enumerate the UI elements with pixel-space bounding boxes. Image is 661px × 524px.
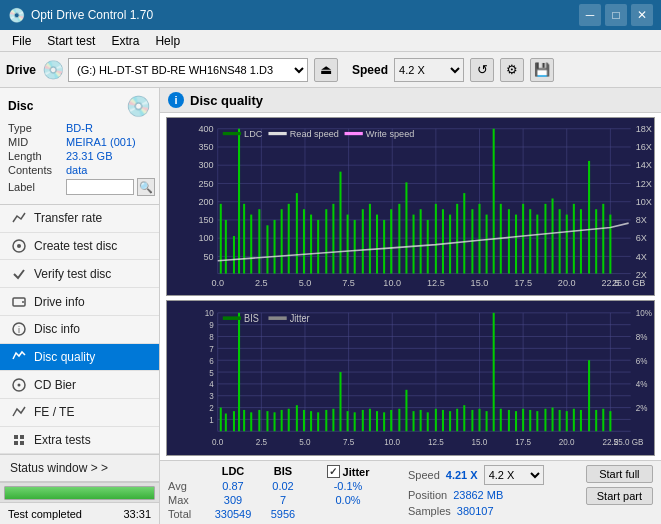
svg-rect-76 <box>332 204 334 274</box>
sidebar-item-transfer-rate[interactable]: Transfer rate <box>0 205 159 233</box>
sidebar-item-label: FE / TE <box>34 405 74 419</box>
start-full-button[interactable]: Start full <box>586 465 653 483</box>
svg-rect-209 <box>508 410 510 431</box>
sidebar-item-create-test-disc[interactable]: Create test disc <box>0 233 159 261</box>
progress-bar-fill <box>5 487 154 499</box>
svg-text:6X: 6X <box>636 232 648 243</box>
disc-label-input[interactable] <box>66 179 134 195</box>
svg-text:50: 50 <box>204 250 214 261</box>
svg-rect-112 <box>595 209 597 273</box>
settings-button[interactable]: ⚙ <box>500 58 524 82</box>
svg-rect-78 <box>347 215 349 274</box>
sidebar-item-label: Disc info <box>34 322 80 336</box>
speed-stat-select[interactable]: 4.2 X <box>484 465 544 485</box>
sidebar-item-label: Drive info <box>34 295 85 309</box>
svg-rect-192 <box>383 412 385 431</box>
sidebar-item-label: Disc quality <box>34 350 95 364</box>
svg-rect-191 <box>376 411 378 431</box>
jitter-header: Jitter <box>343 466 370 478</box>
status-bar: Test completed 33:31 <box>0 502 159 524</box>
speed-stat-label: Speed <box>408 469 440 481</box>
speed-select[interactable]: 4.2 X <box>394 58 464 82</box>
sidebar-item-fe-te[interactable]: FE / TE <box>0 399 159 427</box>
svg-point-1 <box>17 244 21 248</box>
sidebar-item-verify-test-disc[interactable]: Verify test disc <box>0 260 159 288</box>
disc-type-value: BD-R <box>66 122 93 134</box>
svg-rect-201 <box>449 411 451 431</box>
svg-text:300: 300 <box>198 159 213 170</box>
drive-select[interactable]: (G:) HL-DT-ST BD-RE WH16NS48 1.D3 <box>68 58 308 82</box>
svg-rect-183 <box>317 412 319 431</box>
svg-rect-87 <box>413 215 415 274</box>
svg-rect-199 <box>435 409 437 432</box>
svg-text:15.0: 15.0 <box>471 277 489 288</box>
svg-text:2%: 2% <box>636 403 648 414</box>
save-button[interactable]: 💾 <box>530 58 554 82</box>
svg-rect-219 <box>580 410 582 431</box>
sidebar-item-disc-info[interactable]: i Disc info <box>0 316 159 344</box>
svg-text:LDC: LDC <box>244 128 262 139</box>
eject-button[interactable]: ⏏ <box>314 58 338 82</box>
svg-rect-105 <box>544 204 546 274</box>
disc-info-icon: i <box>10 320 28 338</box>
avg-ldc: 0.87 <box>208 480 258 492</box>
svg-text:6%: 6% <box>636 355 648 366</box>
avg-jitter: -0.1% <box>308 480 388 492</box>
svg-text:12.5: 12.5 <box>427 277 445 288</box>
svg-text:3: 3 <box>209 391 214 402</box>
svg-text:350: 350 <box>198 141 213 152</box>
disc-label-button[interactable]: 🔍 <box>137 178 155 196</box>
minimize-button[interactable]: ─ <box>579 4 601 26</box>
app-title: Opti Drive Control 1.70 <box>31 8 153 22</box>
sidebar-item-disc-quality[interactable]: Disc quality <box>0 344 159 372</box>
svg-text:2: 2 <box>209 403 214 414</box>
jitter-checkbox[interactable]: ✓ <box>327 465 340 478</box>
sidebar-item-drive-info[interactable]: Drive info <box>0 288 159 316</box>
svg-rect-113 <box>602 204 604 274</box>
svg-rect-182 <box>310 411 312 431</box>
sidebar-item-extra-tests[interactable]: Extra tests <box>0 427 159 455</box>
maximize-button[interactable]: □ <box>605 4 627 26</box>
svg-rect-175 <box>258 410 260 431</box>
menu-file[interactable]: File <box>4 32 39 50</box>
total-bis: 5956 <box>258 508 308 520</box>
svg-rect-10 <box>14 441 18 445</box>
disc-length-row: Length 23.31 GB <box>8 150 151 162</box>
max-jitter: 0.0% <box>308 494 388 506</box>
refresh-button[interactable]: ↺ <box>470 58 494 82</box>
svg-rect-171 <box>233 411 235 431</box>
svg-text:6: 6 <box>209 355 214 366</box>
svg-rect-70 <box>288 204 290 274</box>
svg-text:12X: 12X <box>636 177 653 188</box>
svg-point-7 <box>18 383 21 386</box>
svg-text:i: i <box>18 325 20 335</box>
svg-rect-174 <box>250 412 252 431</box>
menu-start-test[interactable]: Start test <box>39 32 103 50</box>
svg-rect-68 <box>274 220 276 274</box>
svg-rect-197 <box>420 410 422 431</box>
menu-help[interactable]: Help <box>147 32 188 50</box>
total-ldc: 330549 <box>208 508 258 520</box>
svg-rect-170 <box>225 414 227 432</box>
svg-rect-220 <box>588 360 590 431</box>
svg-text:10X: 10X <box>636 196 653 207</box>
disc-quality-header: i Disc quality <box>160 88 661 113</box>
sidebar-item-cd-bier[interactable]: CD Bier <box>0 371 159 399</box>
svg-rect-103 <box>529 209 531 273</box>
svg-rect-173 <box>243 410 245 431</box>
svg-rect-204 <box>471 410 473 431</box>
disc-quality-icon <box>10 348 28 366</box>
menu-extra[interactable]: Extra <box>103 32 147 50</box>
svg-rect-216 <box>559 410 561 431</box>
svg-text:14X: 14X <box>636 159 653 170</box>
svg-rect-210 <box>515 411 517 431</box>
svg-text:2.5: 2.5 <box>256 437 267 448</box>
status-window-button[interactable]: Status window > > <box>0 454 159 482</box>
svg-rect-217 <box>566 411 568 431</box>
start-part-button[interactable]: Start part <box>586 487 653 505</box>
svg-rect-73 <box>310 215 312 274</box>
svg-rect-9 <box>20 435 24 439</box>
close-button[interactable]: ✕ <box>631 4 653 26</box>
svg-text:Read speed: Read speed <box>290 128 339 139</box>
transfer-rate-icon <box>10 209 28 227</box>
